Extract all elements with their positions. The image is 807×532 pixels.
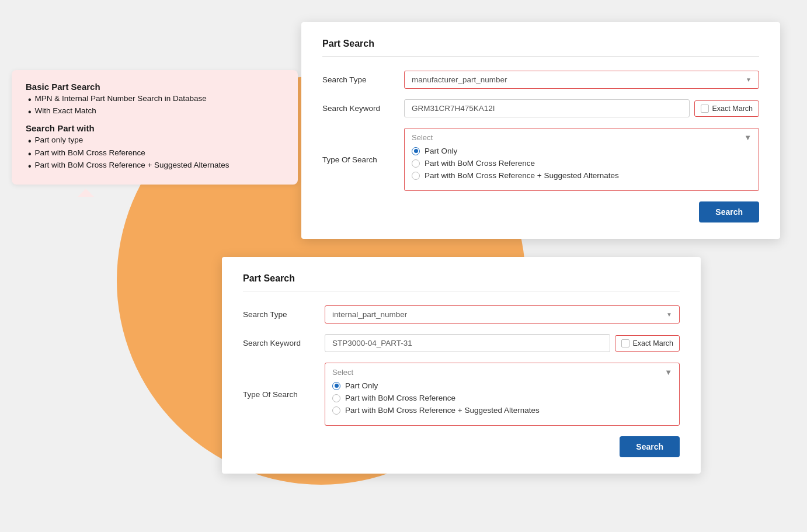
card2-radio-bom-cross-label: Part with BoM Cross Reference	[345, 394, 455, 402]
callout-section2-title: Search Part with	[26, 123, 284, 133]
card1-search-type-value: manufacturer_part_number	[412, 75, 507, 84]
card2-radio-bom-alternates-label: Part with BoM Cross Reference + Suggeste…	[345, 406, 540, 415]
callout-section1-title: Basic Part Search	[26, 82, 284, 92]
card1-search-type-row: Search Type manufacturer_part_number ▼	[322, 71, 759, 89]
card1-radio-bom-cross[interactable]: Part with BoM Cross Reference	[412, 159, 752, 168]
card2-type-select-placeholder: Select	[332, 368, 353, 377]
card1-search-keyword-input[interactable]	[404, 99, 690, 117]
card2-search-type-label: Search Type	[243, 310, 325, 319]
card2-search-button[interactable]: Search	[620, 436, 680, 457]
card1-search-button[interactable]: Search	[699, 201, 759, 222]
card2-radio-part-only[interactable]: Part Only	[332, 381, 672, 390]
card1-keyword-row-inner: Exact March	[404, 99, 759, 117]
card-2-title: Part Search	[243, 273, 680, 291]
card2-radio-bom-alternates-circle[interactable]	[332, 406, 340, 415]
card1-type-select-row[interactable]: Select ▼	[412, 133, 752, 142]
card2-radio-bom-alternates[interactable]: Part with BoM Cross Reference + Suggeste…	[332, 406, 672, 415]
card1-search-type-label: Search Type	[322, 75, 404, 84]
card1-exact-match-label: Exact March	[712, 105, 753, 113]
card2-search-keyword-label: Search Keyword	[243, 339, 325, 347]
card1-exact-match-checkbox[interactable]	[701, 105, 709, 113]
card2-keyword-row-inner: Exact March	[325, 334, 680, 352]
card1-search-type-dropdown[interactable]: manufacturer_part_number ▼	[404, 71, 759, 89]
card1-type-select-arrow-icon: ▼	[744, 133, 752, 142]
callout-item-2: With Exact Match	[28, 106, 284, 117]
card1-radio-bom-alternates[interactable]: Part with BoM Cross Reference + Suggeste…	[412, 171, 752, 180]
card2-search-type-dropdown[interactable]: internal_part_number ▼	[325, 305, 680, 324]
callout-item-3: Part only type	[28, 135, 284, 147]
card-1-title: Part Search	[322, 39, 759, 57]
card2-radio-part-only-label: Part Only	[345, 381, 378, 390]
card2-exact-match-label: Exact March	[633, 339, 673, 347]
card2-search-keyword-row: Search Keyword Exact March	[243, 334, 680, 352]
card1-search-keyword-label: Search Keyword	[322, 104, 404, 113]
callout-item-5: Part with BoM Cross Reference + Suggeste…	[28, 161, 284, 172]
card-2: Part Search Search Type internal_part_nu…	[222, 257, 701, 474]
callout-box: Basic Part Search MPN & Internal Part Nu…	[12, 70, 298, 185]
card2-type-select-arrow-icon: ▼	[665, 368, 672, 377]
card2-type-of-search-row: Type Of Search Select ▼ Part Only Part w…	[243, 363, 680, 426]
card1-type-search-panel: Select ▼ Part Only Part with BoM Cross R…	[404, 128, 759, 191]
card1-exact-match-box[interactable]: Exact March	[694, 100, 759, 117]
card1-radio-bom-cross-circle[interactable]	[412, 159, 420, 168]
card2-radio-bom-cross-circle[interactable]	[332, 394, 340, 402]
card2-type-select-row[interactable]: Select ▼	[332, 368, 672, 377]
dropdown-arrow-icon: ▼	[746, 77, 752, 83]
card1-radio-part-only-label: Part Only	[425, 147, 457, 155]
card-1: Part Search Search Type manufacturer_par…	[301, 22, 780, 239]
card1-type-of-search-label: Type Of Search	[322, 155, 404, 164]
card1-type-of-search-row: Type Of Search Select ▼ Part Only Part w…	[322, 128, 759, 191]
card2-search-keyword-input[interactable]	[325, 334, 610, 352]
card2-exact-match-checkbox[interactable]	[621, 339, 629, 347]
callout-item-4: Part with BoM Cross Reference	[28, 148, 284, 159]
card1-radio-bom-cross-label: Part with BoM Cross Reference	[425, 159, 535, 168]
card1-radio-part-only-circle[interactable]	[412, 147, 420, 155]
callout-item-1: MPN & Internal Part Number Search in Dat…	[28, 94, 284, 105]
card1-radio-part-only[interactable]: Part Only	[412, 147, 752, 155]
card1-search-keyword-row: Search Keyword Exact March	[322, 99, 759, 117]
card2-dropdown-arrow-icon: ▼	[666, 311, 672, 318]
card1-radio-bom-alternates-circle[interactable]	[412, 172, 420, 180]
card2-exact-match-box[interactable]: Exact March	[615, 335, 680, 352]
card2-type-of-search-label: Type Of Search	[243, 390, 325, 399]
card2-radio-part-only-circle[interactable]	[332, 382, 340, 390]
card1-type-select-placeholder: Select	[412, 133, 433, 142]
card2-radio-bom-cross[interactable]: Part with BoM Cross Reference	[332, 394, 672, 402]
card2-type-search-panel: Select ▼ Part Only Part with BoM Cross R…	[325, 363, 680, 426]
card1-radio-bom-alternates-label: Part with BoM Cross Reference + Suggeste…	[425, 171, 619, 180]
card2-search-type-row: Search Type internal_part_number ▼	[243, 305, 680, 324]
card2-search-type-value: internal_part_number	[332, 310, 407, 319]
